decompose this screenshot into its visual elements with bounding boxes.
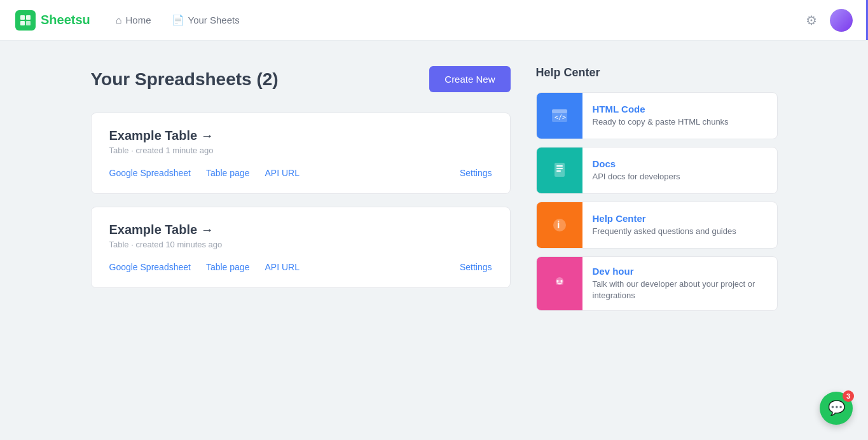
brand-icon [15,10,36,31]
devhour-title: Dev hour [593,266,767,277]
helpcenter-icon: i [537,202,582,248]
svg-rect-1 [26,15,31,20]
html-code-desc: Ready to copy & paste HTML chunks [593,116,729,128]
chat-icon: 💬 [828,400,845,416]
settings-button[interactable]: ⚙ [803,10,820,31]
chat-button[interactable]: 💬 3 [820,392,853,425]
help-card-docs[interactable]: Docs API docs for developers [536,147,778,194]
navbar-right: ⚙ [803,9,853,32]
sheets-section: Your Spreadsheets (2) Create New Example… [91,66,511,319]
api-url-link-2[interactable]: API URL [265,262,299,272]
sheet-links-2: Google Spreadsheet Table page API URL Se… [109,262,492,272]
help-center-section: Help Center </> HTML Code Ready to copy … [536,66,778,319]
devhour-desc: Talk with our developer about your proje… [593,278,767,301]
navbar: Sheetsu ⌂ Home 📄 Your Sheets ⚙ [0,0,868,41]
svg-point-16 [560,280,562,282]
helpcenter-title: Help Center [593,213,736,224]
nav-home[interactable]: ⌂ Home [116,15,151,26]
home-icon: ⌂ [116,15,122,26]
html-code-body: HTML Code Ready to copy & paste HTML chu… [582,93,739,139]
svg-text:i: i [557,219,560,230]
devhour-icon [537,257,582,310]
nav-your-sheets[interactable]: 📄 Your Sheets [172,14,240,26]
nav-your-sheets-label: Your Sheets [188,15,240,25]
avatar-image [830,9,853,32]
svg-rect-5 [552,109,567,113]
docs-body: Docs API docs for developers [582,148,691,193]
svg-rect-2 [20,21,25,25]
brand-name: Sheetsu [41,13,90,27]
docs-desc: API docs for developers [593,171,680,182]
devhour-body: Dev hour Talk with our developer about y… [582,257,777,310]
help-card-html[interactable]: </> HTML Code Ready to copy & paste HTML… [536,92,778,139]
brand-logo[interactable]: Sheetsu [15,10,90,31]
svg-rect-0 [20,15,25,20]
google-spreadsheet-link-1[interactable]: Google Spreadsheet [109,168,191,178]
sheet-title-1: Example Table → [109,128,492,143]
docs-icon [537,148,582,193]
svg-point-15 [556,280,558,282]
page-header: Your Spreadsheets (2) Create New [91,66,511,92]
table-page-link-2[interactable]: Table page [206,262,250,272]
svg-rect-3 [26,21,31,25]
sheet-card-2: Example Table → Table · created 10 minut… [91,207,511,288]
settings-link-1[interactable]: Settings [460,168,492,178]
html-code-icon: </> [537,93,582,139]
sheet-meta-2: Table · created 10 minutes ago [109,240,492,249]
nav-links: ⌂ Home 📄 Your Sheets [116,14,803,26]
table-page-link-1[interactable]: Table page [206,168,250,178]
sheet-card-1: Example Table → Table · created 1 minute… [91,113,511,194]
settings-link-2[interactable]: Settings [460,262,492,272]
svg-rect-7 [555,163,565,177]
sheets-icon: 📄 [172,14,184,26]
help-card-helpcenter[interactable]: i Help Center Frequently asked questions… [536,202,778,249]
docs-title: Docs [593,158,680,169]
help-center-title: Help Center [536,66,778,79]
create-new-button[interactable]: Create New [429,66,510,92]
helpcenter-desc: Frequently asked questions and guides [593,226,736,237]
svg-rect-8 [556,165,563,167]
page-title: Your Spreadsheets (2) [91,69,279,90]
nav-home-label: Home [125,15,151,25]
sheet-links-1: Google Spreadsheet Table page API URL Se… [109,168,492,178]
svg-text:</>: </> [555,114,566,121]
avatar[interactable] [830,9,853,32]
help-card-devhour[interactable]: Dev hour Talk with our developer about y… [536,256,778,311]
google-spreadsheet-link-2[interactable]: Google Spreadsheet [109,262,191,272]
chat-badge: 3 [843,390,854,402]
sheet-title-2: Example Table → [109,223,492,237]
api-url-link-1[interactable]: API URL [265,168,299,178]
svg-rect-10 [556,170,561,172]
main-content: Your Spreadsheets (2) Create New Example… [53,41,816,344]
html-code-title: HTML Code [593,104,729,114]
sheet-meta-1: Table · created 1 minute ago [109,146,492,155]
helpcenter-body: Help Center Frequently asked questions a… [582,202,747,248]
svg-rect-9 [556,168,563,169]
